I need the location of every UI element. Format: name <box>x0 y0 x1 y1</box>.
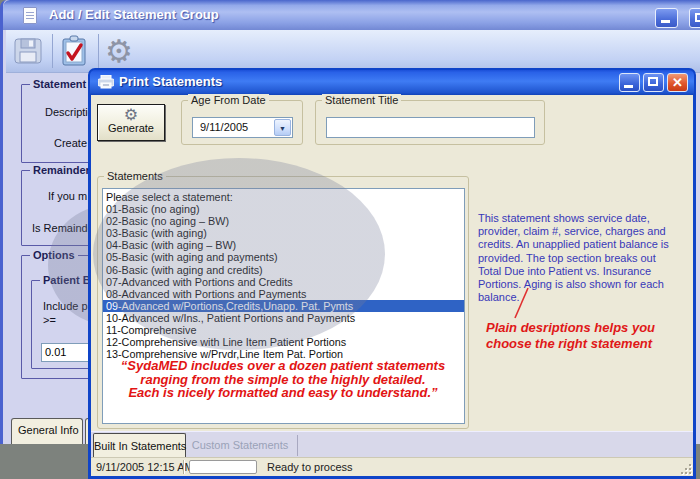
include-label: Include p. <box>43 300 91 312</box>
status-timestamp: 9/11/2005 12:15 AM <box>96 461 194 473</box>
printer-icon <box>98 75 114 89</box>
statements-label: Statements <box>104 170 166 182</box>
background-titlebar[interactable]: Add / Edit Statement Group <box>3 0 700 30</box>
toolbar-separator <box>98 34 99 68</box>
progress-box <box>189 460 257 474</box>
dialog-minimize-button[interactable] <box>619 73 640 92</box>
age-from-date-combobox[interactable]: 9/11/2005 ▼ <box>192 117 293 138</box>
screen: Add / Edit Statement Group <box>0 0 700 479</box>
quote-line: “SydaMED includes over a dozen patient s… <box>98 359 468 373</box>
dialog-client-area: ⚙ Generate Age From Date 9/11/2005 ▼ Sta… <box>91 95 693 476</box>
statement-item[interactable]: 03-Basic (with aging) <box>103 227 464 239</box>
tab-separator <box>297 435 298 456</box>
dialog-tabstrip: Built In Statements Custom Statements <box>91 431 693 457</box>
options-label: Options <box>30 249 78 261</box>
tab-general-info[interactable]: General Info <box>11 418 83 444</box>
statement-title-label: Statement Title <box>322 94 401 106</box>
statement-item[interactable]: 11-Comprehensive <box>103 324 464 336</box>
statement-item[interactable]: 12-Comprehensive with Line Item Patient … <box>103 336 464 348</box>
statement-item[interactable]: 07-Advanced with Portions and Credits <box>103 276 464 288</box>
statement-item[interactable]: 01-Basic (no aging) <box>103 203 464 215</box>
dialog-maximize-button[interactable] <box>643 73 664 92</box>
statement-item[interactable]: Please select a statement: <box>103 191 464 203</box>
gte-label: >= <box>43 314 56 326</box>
quote-line: ranging from the simple to the highly de… <box>98 373 468 387</box>
settings-gear-icon[interactable]: ⚙ <box>101 33 137 69</box>
dialog-title: Print Statements <box>119 74 222 89</box>
status-bar: 9/11/2005 12:15 AM Ready to process <box>91 457 693 476</box>
save-floppy-icon[interactable] <box>10 33 46 69</box>
age-from-date-value: 9/11/2005 <box>200 121 248 133</box>
tab-built-in-statements[interactable]: Built In Statements <box>93 433 186 458</box>
gear-icon: ⚙ <box>98 107 164 122</box>
toolbar: ⚙ <box>6 30 700 73</box>
is-remainder-label: Is Remainde <box>32 222 94 234</box>
statements-group: Statements Please select a statement:01-… <box>97 176 469 429</box>
annotation-text: Plain desriptions helps you choose the r… <box>486 320 691 352</box>
toolbar-separator <box>52 34 53 68</box>
amount-input[interactable]: 0.01 <box>41 343 95 362</box>
marketing-quote: “SydaMED includes over a dozen patient s… <box>98 359 468 400</box>
age-from-date-label: Age From Date <box>188 94 269 106</box>
annotation-pointer-line <box>506 287 546 323</box>
statement-item[interactable]: 06-Basic (with aging and credits) <box>103 264 464 276</box>
description-label: Descriptio <box>45 106 94 118</box>
resize-grip[interactable] <box>679 462 691 474</box>
statement-title-input[interactable] <box>326 117 535 138</box>
post-clipboard-check-icon[interactable] <box>56 33 92 69</box>
statement-item[interactable]: 04-Basic (with aging – BW) <box>103 239 464 251</box>
created-label: Create <box>54 137 87 149</box>
print-statements-dialog: Print Statements ✕ ⚙ Generate Age From D… <box>88 68 696 479</box>
document-icon <box>23 7 37 24</box>
statement-item[interactable]: 10-Advanced w/Ins., Patient Portions and… <box>103 312 464 324</box>
statement-item[interactable]: 08-Advanced with Portions and Payments <box>103 288 464 300</box>
statement-item[interactable]: 05-Basic (with aging and payments) <box>103 251 464 263</box>
status-message: Ready to process <box>267 461 353 473</box>
if-you-label: If you m <box>48 190 87 202</box>
dialog-close-button[interactable]: ✕ <box>667 73 688 92</box>
quote-line: Each is nicely formatted and easy to und… <box>98 386 468 400</box>
generate-button[interactable]: ⚙ Generate <box>97 104 165 141</box>
statement-item[interactable]: 09-Advanced w/Portions,Credits,Unapp. Pa… <box>103 300 464 312</box>
status-separator <box>183 460 184 474</box>
dialog-titlebar[interactable]: Print Statements ✕ <box>90 70 694 95</box>
statement-title-group: Statement Title <box>315 100 545 145</box>
minimize-button[interactable] <box>655 8 678 28</box>
chevron-down-icon[interactable]: ▼ <box>274 119 291 136</box>
maximize-button[interactable] <box>689 8 700 28</box>
generate-button-label: Generate <box>108 122 154 134</box>
tab-custom-statements[interactable]: Custom Statements <box>188 439 292 451</box>
statement-item[interactable]: 02-Basic (no aging – BW) <box>103 215 464 227</box>
background-window-title: Add / Edit Statement Group <box>49 7 219 22</box>
age-from-date-group: Age From Date 9/11/2005 ▼ <box>181 100 303 145</box>
